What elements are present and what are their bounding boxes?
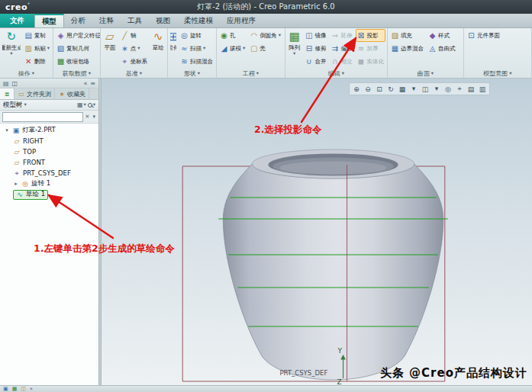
swept-blend-icon: ≋: [180, 57, 189, 66]
hole-button[interactable]: ◉孔: [218, 29, 247, 42]
swept-blend-button[interactable]: ≋扫描混合: [179, 55, 214, 68]
model-scene[interactable]: Y Z PRT_CSYS_DEF: [102, 79, 532, 385]
shrinkwrap-button[interactable]: ▩收缩包络: [55, 55, 101, 68]
mirror-button[interactable]: ◫镜像: [304, 29, 328, 42]
tab-analysis[interactable]: 分析: [64, 14, 92, 27]
datum-display-filter-icon[interactable]: ◫: [420, 84, 430, 94]
project-button[interactable]: ⊠投影: [356, 29, 386, 42]
copy-button[interactable]: ▤复制: [23, 29, 51, 42]
expand-icon[interactable]: ▾: [4, 127, 10, 133]
boundary-blend-button[interactable]: ▦边界混合: [389, 42, 425, 55]
draft-button[interactable]: ◢拔模▾: [218, 42, 247, 55]
zoom-in-icon[interactable]: ⊕: [351, 84, 362, 94]
paste-button[interactable]: ▥粘贴▾: [23, 42, 51, 55]
tree-search-button[interactable]: ▾: [88, 102, 95, 108]
graphics-viewport[interactable]: ⊕ ⊖ ⊡ ↻ ▦ ▾ ◫ ▾ ◎ ⌖ ▤ ▥: [102, 79, 532, 385]
panel-menu-icon[interactable]: ≡: [90, 80, 95, 87]
tree-item-revolve-1[interactable]: ▸ ◎ 旋转 1: [0, 178, 98, 189]
tree-item-top-plane[interactable]: ▱ TOP: [0, 146, 98, 157]
tab-annotate[interactable]: 注释: [92, 14, 121, 27]
navigator-toolbar: ▤ ◫ « ≡: [0, 79, 98, 88]
tree-search-input[interactable]: [2, 112, 83, 122]
fill-button[interactable]: ▨填充: [389, 29, 425, 42]
shell-button[interactable]: ▢壳: [248, 42, 282, 55]
lampshade-model[interactable]: [223, 149, 443, 380]
group-label-shapes[interactable]: 形状▾: [169, 69, 214, 78]
dropdown-caret-icon: ▾: [10, 51, 12, 56]
tree-item-sketch-1[interactable]: ∿ 草绘 1: [0, 189, 98, 200]
dropdown-caret-icon[interactable]: ▾: [431, 84, 442, 94]
sweep-button[interactable]: ≈扫描▾: [179, 42, 214, 55]
status-icon-2[interactable]: ▦: [12, 386, 18, 392]
style-button[interactable]: ◆样式: [427, 29, 457, 42]
tab-model[interactable]: 模型: [34, 14, 64, 27]
annotation-display-icon[interactable]: ◎: [443, 84, 453, 94]
offset-button[interactable]: ⇉偏移: [330, 42, 354, 55]
selected-feature-highlight[interactable]: ∿ 草绘 1: [13, 190, 48, 200]
repaint-icon[interactable]: ↻: [385, 84, 396, 94]
delete-button[interactable]: ✕删除: [23, 55, 51, 68]
sketch-button[interactable]: ∿ 草绘: [150, 29, 166, 68]
udf-button[interactable]: ◈用户定义特征: [55, 29, 101, 42]
expand-icon[interactable]: ▸: [13, 181, 19, 187]
tree-item-right-plane[interactable]: ▱ RIGHT: [0, 136, 98, 146]
pattern-button[interactable]: ▦ 阵列 ▾: [287, 29, 302, 68]
copy-geometry-icon: ▧: [56, 44, 65, 53]
regenerate-button[interactable]: ↻ 重新生成 ▾: [2, 29, 21, 68]
tab-favorites[interactable]: ★收藏夹: [55, 88, 89, 99]
view-manager-icon[interactable]: ▥: [477, 84, 488, 94]
delete-icon: ✕: [24, 57, 33, 66]
tree-item-part[interactable]: ▾ ▣ 灯罩-2.PRT: [0, 125, 98, 136]
component-interface-button[interactable]: ⊡元件界面: [466, 29, 501, 42]
extrude-button[interactable]: ⊞ 拉伸: [169, 29, 177, 68]
status-icon-3[interactable]: ◫: [21, 386, 26, 392]
tree-filters-button[interactable]: ▦▾: [77, 101, 86, 108]
group-label-surfaces[interactable]: 曲面▾: [389, 69, 462, 78]
group-label-get-data[interactable]: 获取数据▾: [55, 69, 98, 78]
saved-orientations-icon[interactable]: ▤: [466, 84, 476, 94]
group-label-engineering[interactable]: 工程▾: [218, 69, 283, 78]
tree-item-front-plane[interactable]: ▱ FRONT: [0, 157, 98, 168]
spin-center-icon[interactable]: ⌖: [454, 84, 465, 94]
window-title: 灯罩-2 (活动的) - Creo Parametric 6.0: [0, 2, 532, 12]
tab-tools[interactable]: 工具: [121, 14, 149, 27]
file-menu-button[interactable]: 文件: [0, 14, 34, 27]
merge-button[interactable]: ∪合并: [304, 55, 328, 68]
axis-z-label: Z: [337, 378, 342, 385]
dropdown-caret-icon[interactable]: ▾: [408, 84, 419, 94]
copy-geometry-button[interactable]: ▧复制几何: [55, 42, 101, 55]
search-options-caret-icon[interactable]: ▾: [92, 114, 96, 120]
group-label-operations[interactable]: 操作▾: [2, 69, 51, 78]
zoom-out-icon[interactable]: ⊖: [363, 84, 373, 94]
revolve-button[interactable]: ◎旋转: [179, 29, 214, 42]
datum-axis-button[interactable]: ╱轴: [119, 29, 150, 42]
tree-item-label: 草绘 1: [26, 190, 45, 199]
status-icon-4[interactable]: ⌖: [30, 386, 33, 392]
ribbon-group-get-data: ◈用户定义特征 ▧复制几何 ▩收缩包络 获取数据▾: [53, 28, 101, 78]
dropdown-caret-icon: ▾: [203, 46, 205, 51]
datum-plane-button[interactable]: ▱ 平面: [102, 29, 118, 68]
dropdown-caret-icon: ▾: [279, 33, 281, 38]
tab-folder-browser[interactable]: ▭文件夹浏: [15, 88, 55, 99]
status-icon-1[interactable]: ▣: [3, 386, 8, 392]
group-label-model-intent[interactable]: 模型意图▾: [466, 69, 530, 78]
tab-applications[interactable]: 应用程序: [220, 14, 263, 27]
round-button[interactable]: ◠倒圆角▾: [248, 29, 282, 42]
datum-point-button[interactable]: ∗点▾: [119, 42, 150, 55]
freestyle-button[interactable]: ◬自由式: [427, 42, 457, 55]
group-label-editing[interactable]: 编辑▾: [287, 69, 385, 78]
tab-model-tree[interactable]: ≣: [0, 88, 15, 99]
tree-item-csys[interactable]: ⌖ PRT_CSYS_DEF: [0, 168, 98, 178]
navigator-settings-icon[interactable]: ◫: [12, 80, 18, 87]
search-clear-icon[interactable]: ✕: [85, 114, 91, 120]
navigator-show-icon[interactable]: ▤: [3, 80, 9, 87]
tree-item-label: TOP: [23, 148, 36, 156]
refit-icon[interactable]: ⊡: [374, 84, 385, 94]
datum-csys-button[interactable]: ⌖坐标系: [119, 55, 150, 68]
group-label-datum[interactable]: 基准▾: [102, 69, 166, 78]
trim-button[interactable]: ⊟修剪: [304, 42, 328, 55]
tab-flexible-modeling[interactable]: 柔性建模: [177, 14, 220, 27]
tab-view[interactable]: 视图: [149, 14, 177, 27]
panel-collapse-icon[interactable]: «: [83, 80, 87, 87]
display-style-icon[interactable]: ▦: [397, 84, 408, 94]
